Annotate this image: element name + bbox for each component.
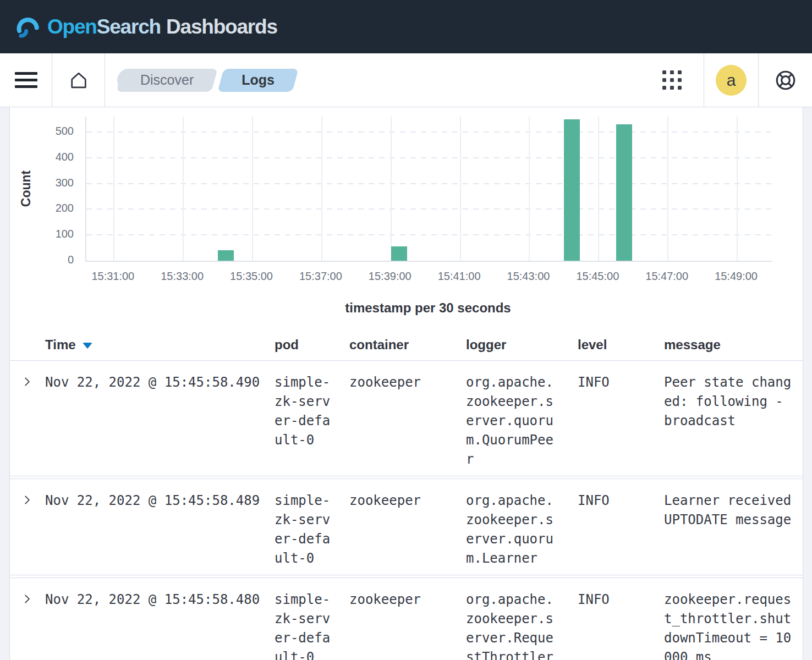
expand-row-chevron-icon[interactable] <box>20 376 34 389</box>
expand-row-chevron-icon[interactable] <box>20 494 34 507</box>
help-lifebuoy-icon[interactable] <box>759 69 812 92</box>
user-avatar[interactable]: a <box>716 65 747 96</box>
cell-message: zookeeper.request_throttler.shutdownTime… <box>664 590 794 660</box>
page-scroll-gutter[interactable] <box>803 107 812 660</box>
v-gridline <box>252 117 253 261</box>
log-table-header: Time pod container logger level message <box>10 329 803 361</box>
nav-bar: Discover Logs a <box>0 53 812 107</box>
cell-pod: simple-zk-server-default-0 <box>275 590 332 660</box>
column-header-pod[interactable]: pod <box>275 337 349 353</box>
opensearch-logo-icon <box>15 14 40 40</box>
h-gridline <box>86 131 772 133</box>
breadcrumb-discover[interactable]: Discover <box>119 69 215 92</box>
apps-grid-icon[interactable] <box>640 70 704 90</box>
menu-hamburger-icon[interactable] <box>0 68 52 92</box>
v-gridline <box>737 117 738 261</box>
column-header-logger[interactable]: logger <box>466 337 578 353</box>
cell-time: Nov 22, 2022 @ 15:45:58.490 <box>45 373 275 392</box>
page-gutter-left <box>0 107 10 660</box>
histogram-chart: Count 15:31:0015:33:0015:35:0015:37:0015… <box>10 107 803 329</box>
cell-level: INFO <box>578 590 664 609</box>
log-table-row: Nov 22, 2022 @ 15:45:58.490simple-zk-ser… <box>10 361 803 476</box>
cell-container: zookeeper <box>349 373 466 392</box>
log-table-body: Nov 22, 2022 @ 15:45:58.490simple-zk-ser… <box>10 361 803 660</box>
brand-title: OpenSearchDashboards <box>47 15 277 38</box>
v-gridline <box>667 117 668 261</box>
x-axis-title: timestamp per 30 seconds <box>85 300 771 316</box>
breadcrumb-logs[interactable]: Logs <box>221 69 295 92</box>
cell-message: Peer state changed: following - broadcas… <box>664 373 794 431</box>
cell-time: Nov 22, 2022 @ 15:45:58.480 <box>45 590 275 609</box>
cell-pod: simple-zk-server-default-0 <box>275 491 332 568</box>
cell-logger: org.apache.zookeeper.server.quorum.Quoru… <box>466 373 556 469</box>
nav-divider <box>105 53 105 107</box>
y-tick-label: 200 <box>30 202 74 215</box>
breadcrumb-label: Discover <box>140 72 194 88</box>
column-header-message[interactable]: message <box>664 337 799 353</box>
breadcrumb: Discover Logs <box>119 69 295 92</box>
column-header-time[interactable]: Time <box>45 337 275 353</box>
cell-level: INFO <box>578 491 664 510</box>
h-gridline <box>86 234 772 235</box>
v-gridline <box>391 117 392 261</box>
x-tick-label: 15:49:00 <box>692 270 780 283</box>
column-header-level[interactable]: level <box>578 337 664 353</box>
y-tick-label: 0 <box>30 254 74 266</box>
log-table-row: Nov 22, 2022 @ 15:45:58.489simple-zk-ser… <box>10 479 803 575</box>
cell-pod: simple-zk-server-default-0 <box>275 373 332 450</box>
v-gridline <box>460 117 461 261</box>
cell-time: Nov 22, 2022 @ 15:45:58.489 <box>45 491 275 510</box>
opensearch-logo[interactable]: OpenSearchDashboards <box>15 14 277 40</box>
cell-container: zookeeper <box>349 590 466 609</box>
v-gridline <box>113 117 114 261</box>
breadcrumb-label: Logs <box>242 72 275 88</box>
y-tick-label: 400 <box>30 151 74 163</box>
sort-desc-icon <box>83 343 92 349</box>
histogram-bar[interactable] <box>616 124 632 261</box>
discover-main: Count 15:31:0015:33:0015:35:0015:37:0015… <box>10 107 803 660</box>
y-tick-label: 300 <box>30 177 74 189</box>
y-tick-label: 500 <box>30 125 74 138</box>
expand-row-chevron-icon[interactable] <box>20 593 34 606</box>
h-gridline <box>86 208 772 210</box>
cell-logger: org.apache.zookeeper.server.RequestThrot… <box>466 590 556 660</box>
histogram-bar[interactable] <box>391 246 407 261</box>
cell-message: Learner received UPTODATE message <box>664 491 794 530</box>
v-gridline <box>598 117 599 261</box>
v-gridline <box>183 117 184 261</box>
cell-container: zookeeper <box>349 491 466 510</box>
cell-level: INFO <box>578 373 664 392</box>
y-tick-label: 100 <box>30 228 74 240</box>
log-table-row: Nov 22, 2022 @ 15:45:58.480simple-zk-ser… <box>10 578 803 660</box>
h-gridline <box>86 157 772 158</box>
cell-logger: org.apache.zookeeper.server.quorum.Learn… <box>466 491 556 568</box>
column-header-container[interactable]: container <box>349 337 466 353</box>
h-gridline <box>86 183 772 184</box>
histogram-bar[interactable] <box>218 250 234 261</box>
home-icon[interactable] <box>52 70 105 91</box>
histogram-plot <box>85 117 772 262</box>
v-gridline <box>529 117 530 261</box>
app-header: OpenSearchDashboards <box>0 0 812 53</box>
histogram-bar[interactable] <box>564 119 580 261</box>
v-gridline <box>321 117 322 261</box>
